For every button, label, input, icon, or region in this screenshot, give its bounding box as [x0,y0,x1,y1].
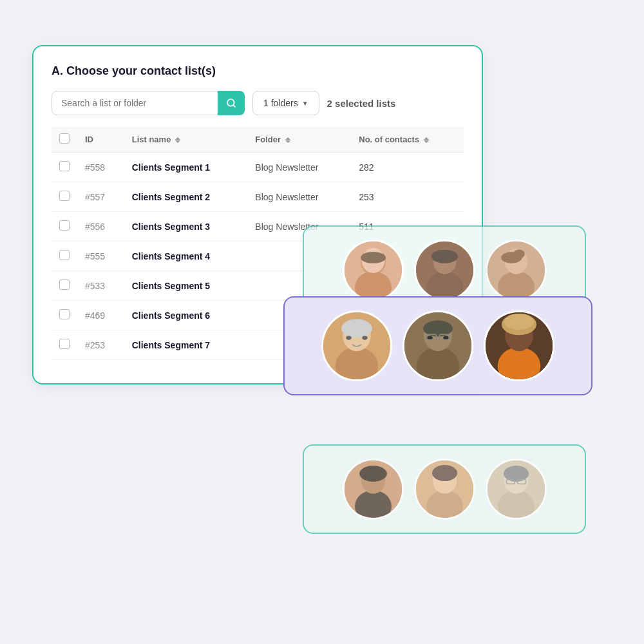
person-card-middle [283,296,592,395]
svg-point-27 [443,336,448,339]
row-folder: Blog Newsletter [247,153,351,182]
search-wrapper [52,91,245,115]
sort-contacts-icon [424,137,429,143]
row-folder: Blog Newsletter [247,182,351,212]
avatar-top-2 [414,240,475,301]
section-title: A. Choose your contact list(s) [52,64,464,78]
row-id: #558 [77,153,124,182]
avatar-bot-3 [486,459,547,520]
row-id: #533 [77,271,124,301]
row-name: Clients Segment 5 [124,271,248,301]
avatar-mid-3 [484,310,554,381]
row-checkbox-4[interactable] [59,279,70,290]
row-name: Clients Segment 1 [124,153,248,182]
avatar-bot-1 [343,459,404,520]
row-checkbox-2[interactable] [59,220,70,231]
sort-folder-icon [285,137,290,143]
row-id: #469 [77,301,124,330]
row-name: Clients Segment 3 [124,212,248,242]
toolbar: 1 folders ▼ 2 selected lists [52,91,464,115]
select-all-checkbox[interactable] [59,133,70,144]
svg-point-34 [504,314,534,330]
table-row: #558 Clients Segment 1 Blog Newsletter 2… [52,153,464,182]
page-wrapper: A. Choose your contact list(s) 1 folders… [32,45,612,599]
header-checkbox-cell [52,127,77,153]
svg-point-38 [359,466,387,482]
sort-list-name-icon [175,137,180,143]
header-list-name[interactable]: List name [124,127,248,153]
folders-button[interactable]: 1 folders ▼ [252,91,319,115]
header-contacts[interactable]: No. of contacts [351,127,464,153]
row-checkbox-cell [52,212,77,242]
row-checkbox-1[interactable] [59,191,70,201]
svg-point-10 [431,249,458,263]
svg-point-20 [346,336,351,339]
selected-lists-label: 2 selected lists [327,98,396,109]
svg-point-15 [513,249,525,258]
row-contacts: 282 [351,153,464,182]
svg-point-26 [427,336,432,339]
row-name: Clients Segment 7 [124,330,248,360]
row-checkbox-3[interactable] [59,250,70,260]
table-row: #557 Clients Segment 2 Blog Newsletter 2… [52,182,464,212]
row-checkbox-cell [52,182,77,212]
row-checkbox-cell [52,153,77,182]
row-name: Clients Segment 6 [124,301,248,330]
search-button[interactable] [218,91,245,115]
avatar-mid-1 [321,310,392,381]
row-name: Clients Segment 2 [124,182,248,212]
row-checkbox-5[interactable] [59,309,70,319]
svg-point-6 [360,252,385,263]
svg-point-21 [362,336,367,339]
row-checkbox-cell [52,242,77,271]
avatar-top-3 [486,240,547,301]
row-name: Clients Segment 4 [124,242,248,271]
search-icon [226,98,236,108]
avatar-top-1 [343,240,404,301]
svg-point-42 [431,465,457,481]
chevron-down-icon: ▼ [302,100,308,107]
row-checkbox-0[interactable] [59,161,70,171]
svg-line-1 [233,105,235,107]
row-checkbox-cell [52,330,77,360]
row-contacts: 253 [351,182,464,212]
row-checkbox-cell [52,271,77,301]
svg-point-19 [341,319,372,337]
avatar-bot-2 [414,459,475,520]
folders-label: 1 folders [263,98,298,108]
header-id: ID [77,127,124,153]
row-checkbox-6[interactable] [59,339,70,349]
row-id: #253 [77,330,124,360]
row-id: #556 [77,212,124,242]
header-folder[interactable]: Folder [247,127,351,153]
row-id: #555 [77,242,124,271]
row-id: #557 [77,182,124,212]
search-input[interactable] [52,91,245,115]
avatar-mid-2 [402,310,473,381]
person-card-bottom [303,444,586,534]
row-checkbox-cell [52,301,77,330]
